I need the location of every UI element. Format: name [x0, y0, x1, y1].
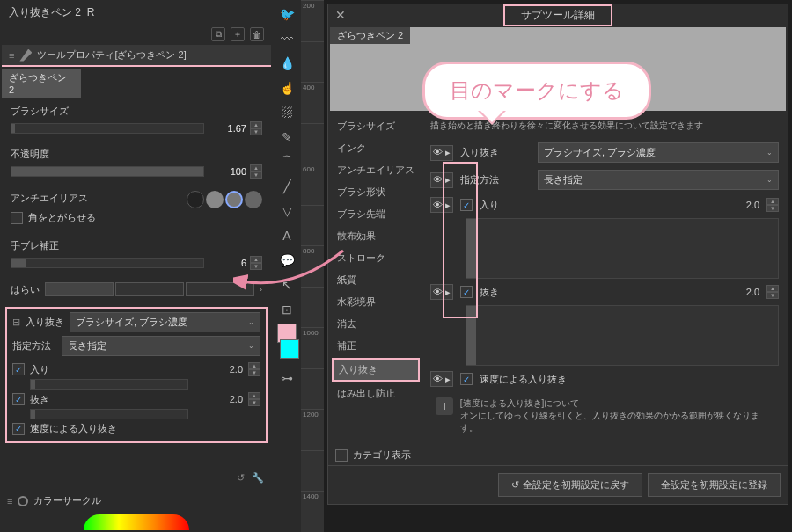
- cat-stroke[interactable]: ストローク: [332, 248, 420, 268]
- brush-name-tab[interactable]: ざらつきペン 2: [2, 69, 81, 98]
- eye-toggle-method[interactable]: 👁 ▸: [430, 172, 453, 188]
- eye-toggle-out[interactable]: 👁 ▸: [430, 284, 453, 300]
- category-list: ブラシサイズ インク アンチエイリアス ブラシ形状 ブラシ先端 散布効果 ストロ…: [332, 116, 420, 441]
- stamp-tool-icon[interactable]: ⊡: [276, 299, 297, 320]
- antialias-options[interactable]: [187, 191, 262, 208]
- opacity-slider[interactable]: [11, 166, 204, 177]
- taper-target-dropdown[interactable]: ブラシサイズ, ブラシ濃度⌄: [70, 312, 260, 332]
- cat-ink[interactable]: インク: [332, 138, 420, 158]
- reset-all-button[interactable]: ↺全設定を初期設定に戻す: [498, 473, 642, 497]
- arrow-tool-icon[interactable]: ↖: [276, 274, 297, 295]
- opacity-stepper[interactable]: ▲▼: [250, 164, 262, 179]
- cat-taper[interactable]: 入り抜き: [332, 358, 420, 382]
- wrench-icon[interactable]: 🔧: [252, 472, 264, 484]
- vertical-ruler: 200 400 600 800 1000 1200 1400: [301, 0, 324, 532]
- reset-icon[interactable]: ↺: [237, 472, 245, 484]
- eye-toggle-taper[interactable]: 👁 ▸: [430, 145, 453, 161]
- drop-tool-icon[interactable]: 💧: [276, 53, 297, 74]
- balloon-tool-icon[interactable]: 💬: [276, 250, 297, 271]
- register-all-button[interactable]: 全設定を初期設定に登録: [648, 473, 781, 497]
- color-wheel[interactable]: [84, 514, 189, 530]
- brush-size-stepper[interactable]: ▲▼: [250, 121, 262, 135]
- text-tool-icon[interactable]: A: [276, 225, 297, 246]
- cat-overflow[interactable]: はみ出し防止: [332, 383, 420, 404]
- tool-property-panel: 入り抜きペン 2_R ⧉ ＋ 🗑 ≡ ツールプロパティ[ざらつきペン 2] ざら…: [0, 0, 273, 532]
- opacity-label: 不透明度: [11, 148, 262, 161]
- in-checkbox-dialog[interactable]: ✓: [460, 199, 473, 211]
- dialog-title: サブツール詳細: [503, 4, 612, 26]
- spray-tool-icon[interactable]: ⛆: [276, 102, 297, 123]
- cat-texture[interactable]: 紙質: [332, 270, 420, 290]
- taper-settings-highlight: ⊟ 入り抜き ブラシサイズ, ブラシ濃度⌄ 指定方法 長さ指定⌄ ✓ 入り 2.…: [5, 307, 268, 443]
- cat-spray[interactable]: 散布効果: [332, 226, 420, 246]
- method-dropdown[interactable]: 長さ指定⌄: [62, 336, 260, 356]
- trash-icon[interactable]: 🗑: [250, 27, 264, 41]
- stabilize-label: 手ブレ補正: [11, 239, 262, 252]
- cat-correction[interactable]: 補正: [332, 336, 420, 356]
- eye-toggle-speed[interactable]: 👁 ▸: [430, 371, 453, 387]
- add-icon[interactable]: ＋: [231, 27, 245, 41]
- show-category-checkbox[interactable]: [335, 449, 348, 462]
- bird-tool-icon[interactable]: 🐦: [276, 4, 297, 25]
- color-circle-panel: ≡ カラーサークル: [2, 489, 271, 513]
- method-dropdown-dialog[interactable]: 長さ指定⌄: [538, 170, 779, 190]
- cat-brush-shape[interactable]: ブラシ形状: [332, 182, 420, 202]
- speed-taper-checkbox[interactable]: ✓: [12, 423, 25, 435]
- triangle-tool-icon[interactable]: ▽: [276, 200, 297, 222]
- cat-watercolor[interactable]: 水彩境界: [332, 292, 420, 312]
- antialias-label: アンチエイリアス: [11, 192, 88, 205]
- file-name: 入り抜きペン 2_R: [2, 2, 271, 24]
- tool-strip: 🐦 〰 💧 ☝ ⛆ ✎ ⌒ ╱ ▽ A 💬 ↖ ⊡ ⊶: [273, 0, 301, 532]
- brush-size-label: ブラシサイズ: [11, 105, 262, 118]
- property-header: ≡ ツールプロパティ[ざらつきペン 2]: [2, 45, 271, 67]
- pen-tool-icon[interactable]: ✎: [276, 127, 297, 148]
- link-icon[interactable]: ⊶: [276, 368, 297, 389]
- harai-label: はらい: [11, 283, 40, 296]
- cat-antialias[interactable]: アンチエイリアス: [332, 160, 420, 180]
- close-icon[interactable]: ✕: [335, 8, 346, 22]
- out-checkbox-dialog[interactable]: ✓: [460, 286, 473, 298]
- eye-toggle-in[interactable]: 👁 ▸: [430, 197, 453, 213]
- finger-tool-icon[interactable]: ☝: [276, 77, 297, 98]
- stabilize-slider[interactable]: [11, 258, 204, 268]
- out-checkbox[interactable]: ✓: [12, 393, 25, 405]
- background-color[interactable]: [280, 339, 299, 359]
- cat-brush-size[interactable]: ブラシサイズ: [332, 116, 420, 136]
- info-icon: i: [436, 397, 453, 415]
- speed-checkbox-dialog[interactable]: ✓: [460, 373, 473, 385]
- taper-dropdown[interactable]: ブラシサイズ, ブラシ濃度⌄: [538, 142, 779, 163]
- brush-size-slider[interactable]: [11, 123, 204, 134]
- pencil-icon: [19, 49, 32, 62]
- line-tool-icon[interactable]: ╱: [276, 176, 297, 197]
- sharpen-checkbox[interactable]: [11, 212, 23, 224]
- annotation-bubble: 目のマークにする: [422, 62, 651, 120]
- brush-tool-icon[interactable]: 〰: [276, 28, 297, 49]
- curve-tool-icon[interactable]: ⌒: [276, 151, 297, 172]
- cat-brush-tip[interactable]: ブラシ先端: [332, 204, 420, 224]
- duplicate-icon[interactable]: ⧉: [211, 27, 225, 41]
- in-checkbox[interactable]: ✓: [12, 363, 25, 375]
- cat-erase[interactable]: 消去: [332, 314, 420, 334]
